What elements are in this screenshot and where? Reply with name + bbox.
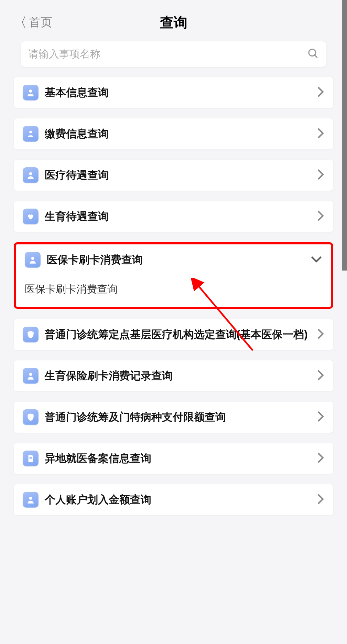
person-icon <box>23 167 39 183</box>
person-icon <box>23 85 39 101</box>
item-label: 异地就医备案信息查询 <box>45 451 313 466</box>
svg-point-3 <box>29 131 32 134</box>
list-item[interactable]: 普通门诊统筹及门特病种支付限额查询 <box>14 402 333 433</box>
svg-line-1 <box>315 55 317 58</box>
chevron-right-icon <box>317 127 324 140</box>
scrollbar[interactable] <box>342 0 347 271</box>
item-label: 生育待遇查询 <box>45 209 313 224</box>
back-label: 首页 <box>29 14 52 30</box>
item-label: 个人账户划入金额查询 <box>45 492 313 507</box>
chevron-left-icon: 〈 <box>14 16 27 29</box>
item-label: 医疗待遇查询 <box>45 168 313 182</box>
list-item[interactable]: 缴费信息查询 <box>14 118 333 149</box>
svg-point-2 <box>29 89 32 93</box>
list-item[interactable]: 生育保险刷卡消费记录查询 <box>14 360 333 391</box>
chevron-right-icon <box>317 210 324 223</box>
chevron-right-icon <box>317 328 324 341</box>
person-icon <box>23 368 39 384</box>
shield-icon <box>23 327 39 342</box>
header: 〈 首页 查询 <box>0 10 347 34</box>
list-item[interactable]: 普通门诊统筹定点基层医疗机构选定查询(基本医保一档) <box>14 319 333 350</box>
back-button[interactable]: 〈 首页 <box>14 14 52 30</box>
list-item[interactable]: 异地就医备案信息查询 <box>14 443 333 474</box>
list-item[interactable]: 基本信息查询 <box>14 77 333 108</box>
sub-item[interactable]: 医保卡刷卡消费查询 <box>16 275 331 307</box>
chevron-right-icon <box>317 86 324 99</box>
doc-icon <box>23 451 39 466</box>
list-item[interactable]: 个人账户划入金额查询 <box>14 484 333 515</box>
list-item[interactable]: 医疗待遇查询 <box>14 160 333 191</box>
chevron-down-icon <box>311 255 322 264</box>
chevron-right-icon <box>317 411 324 424</box>
svg-point-4 <box>29 172 32 175</box>
chevron-right-icon <box>317 169 324 182</box>
chevron-right-icon <box>317 369 324 382</box>
chevron-right-icon <box>317 493 324 506</box>
item-label: 医保卡刷卡消费查询 <box>47 252 306 267</box>
page-title: 查询 <box>160 13 187 32</box>
search-bar[interactable] <box>21 41 326 67</box>
svg-point-6 <box>29 373 32 376</box>
item-label: 生育保险刷卡消费记录查询 <box>45 368 313 383</box>
item-label: 普通门诊统筹定点基层医疗机构选定查询(基本医保一档) <box>45 327 313 342</box>
item-label: 普通门诊统筹及门特病种支付限额查询 <box>45 410 313 424</box>
query-list: 基本信息查询 缴费信息查询 医疗待遇 <box>0 77 347 515</box>
person-icon <box>23 492 39 508</box>
hand-icon <box>23 126 39 142</box>
svg-rect-7 <box>30 457 32 458</box>
person-icon <box>25 252 41 268</box>
highlighted-annotation: 医保卡刷卡消费查询 医保卡刷卡消费查询 <box>14 242 333 309</box>
chevron-right-icon <box>317 452 324 465</box>
svg-point-9 <box>29 497 32 500</box>
item-label: 缴费信息查询 <box>45 126 313 141</box>
heart-hands-icon <box>23 209 39 224</box>
list-item[interactable]: 生育待遇查询 <box>14 201 333 232</box>
svg-point-0 <box>309 49 316 56</box>
search-icon[interactable] <box>307 47 319 61</box>
svg-point-5 <box>31 257 34 260</box>
search-input[interactable] <box>28 48 307 60</box>
item-label: 基本信息查询 <box>45 85 313 100</box>
list-item-expanded[interactable]: 医保卡刷卡消费查询 医保卡刷卡消费查询 <box>16 244 331 307</box>
shield-icon <box>23 409 39 425</box>
svg-rect-8 <box>30 458 32 459</box>
